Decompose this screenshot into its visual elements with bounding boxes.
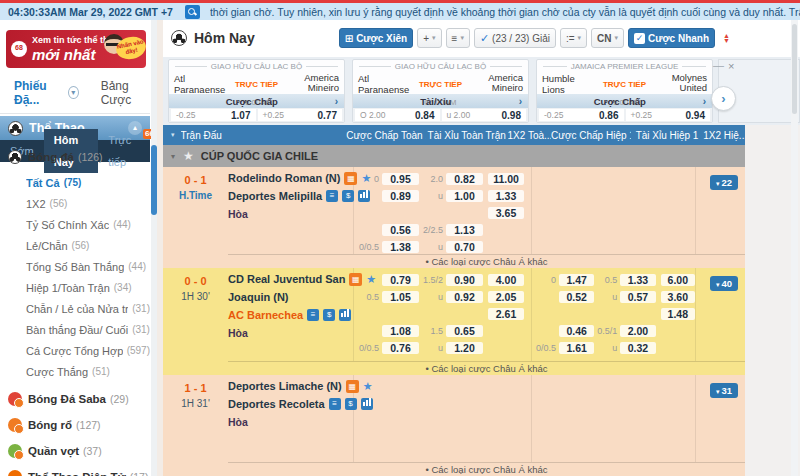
stats-icon[interactable]: ≡ [329, 398, 341, 410]
odds-value-cell[interactable]: 0.46 [559, 325, 594, 337]
chart-icon[interactable] [339, 309, 351, 321]
sidebar-filter-total-goals[interactable]: Tổng Số Bàn Thắng(44) [0, 256, 150, 277]
asian-markets-link[interactable]: • Các loại cược Châu Á khác [228, 462, 745, 476]
market-band[interactable]: Cược Chấp› [537, 94, 712, 108]
sidebar-filter-correct-score[interactable]: Tỷ Số Chính Xác(44) [0, 214, 150, 235]
more-bets-badge[interactable]: ▾31 [710, 383, 738, 398]
league-row[interactable]: ▾ ★ CÚP QUỐC GIA CHILE [163, 145, 745, 167]
stats-icon[interactable]: ≡ [326, 190, 338, 202]
odds-1x2-cell[interactable]: 6.00 [661, 274, 695, 286]
odds-format-button[interactable]: CN▾ [591, 28, 624, 48]
odds-value-cell[interactable]: 0.82 [446, 173, 483, 185]
odds-value-cell[interactable]: 0.56 [382, 224, 419, 236]
sidebar-item-football[interactable]: Bóng đá (126) [0, 146, 150, 168]
cashout-icon[interactable]: $ [323, 309, 335, 321]
more-bets-badge[interactable]: ▾22 [710, 175, 738, 190]
sidebar-filter-all[interactable]: Tất Cả(75) [0, 172, 150, 193]
league-star-icon[interactable]: ★ [183, 149, 194, 163]
announcement-icon[interactable] [185, 5, 200, 19]
odds-value-cell[interactable]: 1.33 [620, 274, 655, 286]
sidebar-item-basketball[interactable]: Bóng rổ(127) [0, 414, 150, 436]
odds-value-cell[interactable]: 0.76 [382, 342, 419, 354]
odds-cell[interactable]: +0.250.77 [258, 109, 343, 121]
odds-value-cell[interactable]: 1.08 [382, 325, 419, 337]
col-ou-h1: Tài Xỉu Hiệp 1 [631, 130, 704, 141]
cashout-icon[interactable]: $ [342, 190, 354, 202]
asian-markets-link[interactable]: • Các loại cược Châu Á khác [228, 254, 745, 268]
stats-icon[interactable]: ≡ [307, 309, 319, 321]
odds-value-cell[interactable]: 0.90 [446, 274, 483, 286]
odds-1x2-cell[interactable]: 3.65 [488, 207, 524, 219]
odds-value-cell[interactable]: 0.79 [382, 274, 419, 286]
odds-value-cell[interactable]: 1.05 [382, 291, 419, 303]
sidebar-filter-mix-parlay[interactable]: Cá Cược Tổng Hợp(597) [0, 340, 150, 361]
display-mode-button[interactable]: ≡▾ [446, 28, 470, 48]
favorite-star-icon[interactable]: ★ [363, 380, 373, 393]
tab-bet-slip[interactable]: Phiếu Đặ... [14, 79, 63, 107]
sort-mode-button[interactable]: :=▾ [560, 28, 587, 48]
odds-value-cell[interactable]: 0.57 [620, 291, 655, 303]
add-button[interactable]: +▾ [417, 28, 441, 48]
league-filter-button[interactable]: ✓(23 / 23) Giải [474, 28, 556, 48]
odds-1x2-cell[interactable]: 11.00 [488, 173, 524, 185]
market-band[interactable]: Tài/Xỉu› [353, 94, 528, 108]
odds-1x2-cell[interactable]: 2.05 [488, 291, 524, 303]
sidebar-filter-ht-ft[interactable]: Hiệp 1/Toàn Trận(34) [0, 277, 150, 298]
odds-value-cell[interactable]: 2.00 [620, 325, 655, 337]
odds-cell[interactable]: +0.250.94 [626, 109, 711, 121]
tab-bet-list[interactable]: Bảng Cược [101, 79, 150, 107]
sidebar-filter-half-odd-even[interactable]: Chẵn / Lẻ của Nửa trận/T...(31) [0, 298, 150, 319]
arrow-right-icon: › [519, 96, 522, 107]
basketball-icon [8, 418, 22, 432]
match-tracker-icon[interactable]: ▦ [346, 380, 359, 393]
odds-value-cell[interactable]: 0.32 [620, 342, 655, 354]
sidebar-filter-odd-even[interactable]: Lẻ/Chẵn(56) [0, 235, 150, 256]
odds-value-cell[interactable]: 0.95 [382, 173, 419, 185]
featured-match-card: JAMAICA PREMIER LEAGUE Humble Lions TRỰC… [536, 59, 713, 123]
chevron-down-icon[interactable]: ▾ [171, 131, 175, 139]
parlay-button[interactable]: ⊞Cược Xiên [339, 28, 413, 48]
chevron-down-icon[interactable]: ▾ [68, 86, 79, 99]
sidebar-filter-1x2[interactable]: 1X2(56) [0, 193, 150, 214]
odds-cell[interactable]: -0.250.86 [539, 109, 624, 121]
odds-cell[interactable]: O 2.000.84 [355, 109, 440, 121]
odds-value-cell[interactable]: 0.92 [446, 291, 483, 303]
odds-value-cell[interactable]: 0.89 [382, 190, 419, 202]
odds-1x2-cell[interactable]: 3.60 [661, 291, 695, 303]
odds-value-cell[interactable]: 1.61 [559, 342, 594, 354]
page-scrollbar-thumb[interactable] [792, 24, 797, 114]
asian-markets-link[interactable]: • Các loại cược Châu Á khác [228, 361, 745, 375]
odds-1x2-cell[interactable]: 1.33 [488, 190, 524, 202]
odds-value-cell[interactable]: 1.13 [446, 224, 483, 236]
chart-icon[interactable] [361, 398, 373, 410]
promo-banner[interactable]: Xem tin tức thể thao mới nhất Nhấn vào đ… [6, 30, 146, 68]
more-bets-badge[interactable]: ▾40 [710, 276, 738, 291]
league-name: CÚP QUỐC GIA CHILE [201, 150, 318, 162]
sidebar-filter-first-last-goal[interactable]: Bàn thắng Đầu/ Cuối(31) [0, 319, 150, 340]
market-band[interactable]: Cược Chấp› [169, 94, 344, 108]
odds-value-cell[interactable]: 1.00 [446, 190, 483, 202]
sidebar-item-esports[interactable]: Thể Thao Điện Tử(17) [0, 466, 150, 476]
odds-value-cell[interactable]: 0.70 [446, 241, 483, 253]
quick-bet-toggle[interactable]: ✓Cược Nhanh [628, 28, 715, 48]
sidebar-item-saba-soccer[interactable]: Bóng Đá Saba(29) [0, 388, 150, 410]
odds-value-cell[interactable]: 1.47 [559, 274, 594, 286]
checkbox-icon: ✓ [634, 33, 645, 44]
sidebar-item-tennis[interactable]: Quần vợt(37) [0, 440, 150, 462]
odds-value-cell[interactable]: 1.38 [382, 241, 419, 253]
chevron-down-icon: ▾ [432, 34, 436, 42]
odds-1x2-cell[interactable]: 2.61 [488, 308, 524, 320]
cashout-icon[interactable]: $ [345, 398, 357, 410]
sidebar-filter-outright[interactable]: Cược Thắng(51) [0, 361, 150, 382]
odds-1x2-cell[interactable]: 1.48 [661, 308, 695, 320]
odds-value-cell[interactable]: 0.52 [559, 291, 594, 303]
sort-arrows-icon[interactable]: ▲▼ [723, 33, 730, 43]
live-label: TRỰC TIẾP [419, 80, 462, 89]
odds-cell[interactable]: u 2.000.98 [442, 109, 527, 121]
odds-cell[interactable]: -0.251.07 [171, 109, 256, 121]
odds-value-cell[interactable]: 1.20 [446, 342, 483, 354]
odds-value-cell[interactable]: 0.65 [446, 325, 483, 337]
carousel-next-button[interactable]: › [711, 86, 736, 111]
close-icon[interactable]: × [728, 60, 734, 72]
odds-1x2-cell[interactable]: 4.00 [488, 274, 524, 286]
